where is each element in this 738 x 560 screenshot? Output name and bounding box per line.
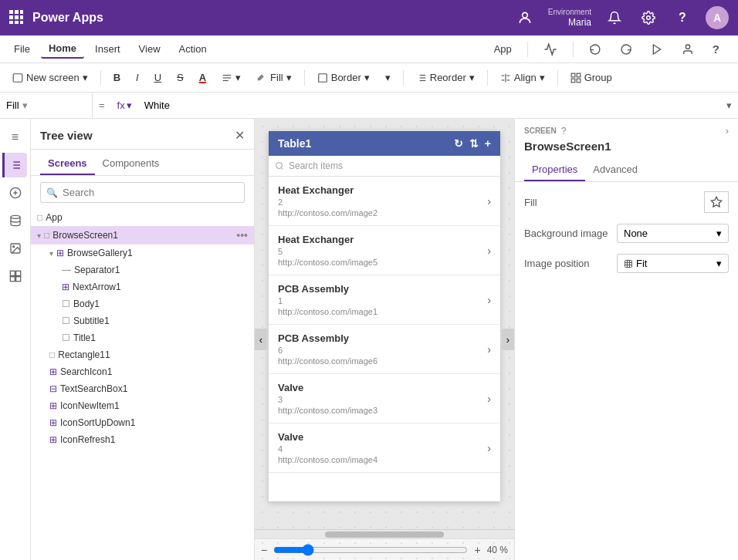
canvas-header-icons: ↻ ⇅ + xyxy=(454,137,491,150)
zoom-minus-btn[interactable]: − xyxy=(261,544,267,556)
health-icon-btn[interactable] xyxy=(537,39,564,59)
canvas-scroll[interactable]: Table1 ↻ ⇅ + Search items Hea xyxy=(255,119,514,529)
share-btn[interactable] xyxy=(675,40,700,59)
group-btn[interactable]: Group xyxy=(564,69,618,86)
add-item-icon[interactable]: + xyxy=(485,137,491,150)
hamburger-icon[interactable]: ≡ xyxy=(3,125,28,150)
list-item-2-content: PCB Assembly 1 http://contoso.com/image1 xyxy=(278,283,487,316)
tree-item-iconnewitem1[interactable]: ⊞ IconNewItem1 xyxy=(31,397,254,414)
bg-image-select[interactable]: None ▾ xyxy=(617,224,729,243)
formula-property-select[interactable]: Fill ▾ xyxy=(0,93,93,118)
sort-icon[interactable]: ⇅ xyxy=(469,137,479,150)
tree-item-rectangle11[interactable]: □ Rectangle11 xyxy=(31,346,254,363)
italic-btn[interactable]: I xyxy=(130,69,145,86)
dropdown-btn[interactable]: ▾ xyxy=(379,69,397,86)
list-item-2-url: http://contoso.com/image1 xyxy=(278,307,487,316)
tree-item-textsearchbox1[interactable]: ⊟ TextSearchBox1 xyxy=(31,380,254,397)
svg-rect-30 xyxy=(577,73,581,77)
align-layout-btn[interactable]: Align ▾ xyxy=(494,69,551,86)
zoom-bar: − + 40 % xyxy=(255,538,514,560)
zoom-percent-label: 40 % xyxy=(487,545,508,555)
list-item-3[interactable]: PCB Assembly 6 http://contoso.com/image6… xyxy=(269,325,500,374)
zoom-slider[interactable] xyxy=(273,544,468,556)
list-item-0[interactable]: Heat Exchanger 2 http://contoso.com/imag… xyxy=(269,177,500,226)
tree-item-nextarrow1[interactable]: ⊞ NextArrow1 xyxy=(31,278,254,295)
list-item-1[interactable]: Heat Exchanger 5 http://contoso.com/imag… xyxy=(269,226,500,275)
tab-advanced[interactable]: Advanced xyxy=(585,159,645,181)
notification-icon[interactable] xyxy=(604,7,625,29)
tree-item-iconrefresh1[interactable]: ⊞ IconRefresh1 xyxy=(31,431,254,448)
tree-item-searchicon1[interactable]: ⊞ SearchIcon1 xyxy=(31,363,254,380)
formula-input[interactable] xyxy=(138,93,720,118)
svg-rect-45 xyxy=(10,271,15,275)
help-icon[interactable]: ? xyxy=(672,7,693,29)
menu-action[interactable]: Action xyxy=(171,40,215,58)
underline-btn[interactable]: U xyxy=(148,69,168,86)
tree-item-subtitle1[interactable]: ☐ Subtitle1 xyxy=(31,312,254,329)
list-item-5[interactable]: Valve 4 http://contoso.com/image4 › xyxy=(269,423,500,473)
tree-item-body1[interactable]: ☐ Body1 xyxy=(31,295,254,312)
tree-item-browsescreen1[interactable]: ▾ □ BrowseScreen1 ••• xyxy=(31,226,254,245)
list-item-5-id: 4 xyxy=(278,444,487,454)
menu-view[interactable]: View xyxy=(131,40,168,58)
tab-components[interactable]: Components xyxy=(95,153,168,175)
apps-grid-icon[interactable] xyxy=(9,10,23,26)
media-icon[interactable] xyxy=(3,236,28,261)
h-scrollbar[interactable] xyxy=(255,529,514,538)
tree-item-separator1[interactable]: — Separator1 xyxy=(31,261,254,278)
reorder-btn[interactable]: Reorder ▾ xyxy=(410,69,481,86)
person-icon[interactable] xyxy=(514,7,536,29)
tab-screens[interactable]: Screens xyxy=(40,153,95,175)
menu-file[interactable]: File xyxy=(6,40,38,58)
tab-properties[interactable]: Properties xyxy=(524,159,585,181)
tree-panel: Tree view ✕ Screens Components 🔍 □ App ▾… xyxy=(31,119,255,560)
svg-rect-47 xyxy=(10,277,15,282)
fill-color-picker[interactable] xyxy=(704,191,729,213)
textsearchbox1-label: TextSearchBox1 xyxy=(60,383,248,394)
props-help-icon[interactable]: ? xyxy=(561,126,567,137)
new-screen-chevron: ▾ xyxy=(83,72,88,83)
align-btn[interactable]: ▾ xyxy=(215,69,247,86)
avatar[interactable]: A xyxy=(706,6,729,29)
tree-search-input[interactable] xyxy=(40,182,245,203)
formula-expand-icon[interactable]: ▾ xyxy=(720,100,738,111)
iconrefresh1-icon: ⊞ xyxy=(49,434,57,445)
fill-btn[interactable]: Fill ▾ xyxy=(250,69,298,86)
strikethrough-btn[interactable]: S xyxy=(171,69,190,86)
list-item-4[interactable]: Valve 3 http://contoso.com/image3 › xyxy=(269,374,500,423)
help-menu-btn[interactable]: ? xyxy=(706,39,726,59)
scroll-right-btn[interactable]: › xyxy=(502,329,514,350)
tree-close-icon[interactable]: ✕ xyxy=(235,128,245,143)
run-btn[interactable] xyxy=(645,40,669,59)
img-position-select[interactable]: Fit ▾ xyxy=(617,254,729,273)
settings-icon[interactable] xyxy=(638,7,659,29)
bold-btn[interactable]: B xyxy=(107,69,127,86)
zoom-plus-btn[interactable]: + xyxy=(474,544,480,556)
img-position-chevron: ▾ xyxy=(716,258,722,269)
list-item-2[interactable]: PCB Assembly 1 http://contoso.com/image1… xyxy=(269,275,500,325)
props-tabs: Properties Advanced xyxy=(515,159,738,182)
h-scrollbar-thumb[interactable] xyxy=(325,531,444,538)
redo-btn[interactable] xyxy=(614,40,638,59)
menu-insert[interactable]: Insert xyxy=(87,40,128,58)
svg-rect-46 xyxy=(15,271,20,275)
border-btn[interactable]: Border ▾ xyxy=(311,69,376,86)
tree-item-iconsortupdown1[interactable]: ⊞ IconSortUpDown1 xyxy=(31,414,254,431)
components-icon[interactable] xyxy=(3,264,28,288)
refresh-icon[interactable]: ↻ xyxy=(454,137,463,150)
list-item-4-chevron: › xyxy=(487,393,491,405)
new-screen-btn[interactable]: New screen ▾ xyxy=(6,69,94,86)
iconsortupdown1-label: IconSortUpDown1 xyxy=(60,417,248,428)
data-source-icon[interactable] xyxy=(3,208,28,233)
props-next-icon[interactable]: › xyxy=(726,125,729,137)
more-options-icon[interactable]: ••• xyxy=(236,229,248,241)
tree-view-icon[interactable] xyxy=(2,153,27,177)
tree-item-browsegallery1[interactable]: ▾ ⊞ BrowseGallery1 xyxy=(31,245,254,261)
font-color-btn[interactable]: A xyxy=(193,69,212,86)
tree-item-app[interactable]: □ App xyxy=(31,209,254,226)
scroll-left-btn[interactable]: ‹ xyxy=(255,329,267,350)
tree-item-title1[interactable]: ☐ Title1 xyxy=(31,329,254,346)
menu-home[interactable]: Home xyxy=(41,39,84,59)
undo-btn[interactable] xyxy=(583,40,608,59)
add-data-icon[interactable] xyxy=(3,180,28,205)
